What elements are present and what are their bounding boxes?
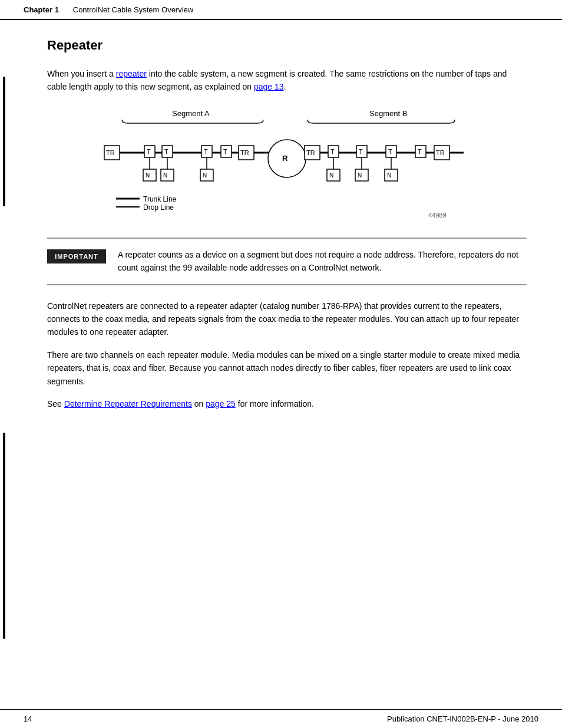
para1-prefix: When you insert a (47, 69, 116, 78)
svg-text:N: N (358, 172, 362, 179)
left-bar-bottom (3, 433, 5, 639)
svg-text:N: N (387, 172, 391, 179)
svg-text:Trunk Line: Trunk Line (143, 195, 177, 203)
page-footer: 14 Publication CNET-IN002B-EN-P - June 2… (0, 709, 562, 728)
segment-a-label: Segment A (172, 109, 210, 118)
chapter-title: ControlNet Cable System Overview (73, 5, 193, 14)
determine-repeater-link[interactable]: Determine Repeater Requirements (64, 399, 192, 409)
svg-text:T: T (359, 148, 363, 155)
para1-end: . (284, 82, 286, 91)
svg-text:TR: TR (306, 149, 315, 156)
svg-text:T: T (223, 148, 227, 155)
svg-text:T: T (164, 148, 168, 155)
page25-link[interactable]: page 25 (206, 399, 236, 409)
diagram-area: Segment A Segment B TR T N T (47, 106, 527, 223)
svg-text:T: T (204, 148, 208, 155)
svg-text:TR: TR (436, 149, 445, 156)
network-diagram: Segment A Segment B TR T N T (87, 106, 487, 223)
para3: There are two channels on each repeater … (47, 348, 527, 388)
svg-text:R: R (282, 154, 288, 163)
svg-text:N: N (203, 172, 207, 179)
important-text: A repeater counts as a device on a segme… (118, 248, 527, 275)
intro-paragraph: When you insert a repeater into the cabl… (47, 67, 527, 94)
publication-info: Publication CNET-IN002B-EN-P - June 2010 (387, 714, 538, 723)
page-number: 14 (24, 714, 32, 723)
svg-text:T: T (330, 148, 335, 155)
page13-link[interactable]: page 13 (254, 82, 284, 91)
page-header: Chapter 1 ControlNet Cable System Overvi… (0, 0, 562, 20)
segment-b-label: Segment B (369, 109, 407, 118)
important-box: IMPORTANT A repeater counts as a device … (47, 238, 527, 285)
left-bar-top (3, 77, 5, 206)
important-label: IMPORTANT (47, 249, 106, 263)
para4: See Determine Repeater Requirements on p… (47, 397, 527, 410)
svg-text:N: N (163, 172, 167, 179)
para2: ControlNet repeaters are connected to a … (47, 299, 527, 339)
section-title: Repeater (47, 38, 527, 55)
repeater-link[interactable]: repeater (116, 69, 147, 78)
para4-mid: on (192, 399, 206, 409)
svg-text:N: N (146, 172, 150, 179)
svg-text:Drop Line: Drop Line (143, 203, 174, 212)
header-separator (64, 5, 68, 14)
svg-text:44989: 44989 (428, 212, 447, 219)
svg-text:T: T (418, 148, 422, 155)
svg-text:TR: TR (106, 149, 115, 156)
svg-text:TR: TR (240, 149, 249, 156)
svg-text:T: T (388, 148, 392, 155)
svg-text:N: N (329, 172, 333, 179)
para4-prefix: See (47, 399, 64, 409)
para4-suffix: for more information. (236, 399, 314, 409)
chapter-label: Chapter 1 (24, 5, 59, 14)
svg-text:T: T (147, 148, 151, 155)
left-margin-bars (0, 59, 8, 693)
main-content: Repeater When you insert a repeater into… (12, 20, 562, 437)
